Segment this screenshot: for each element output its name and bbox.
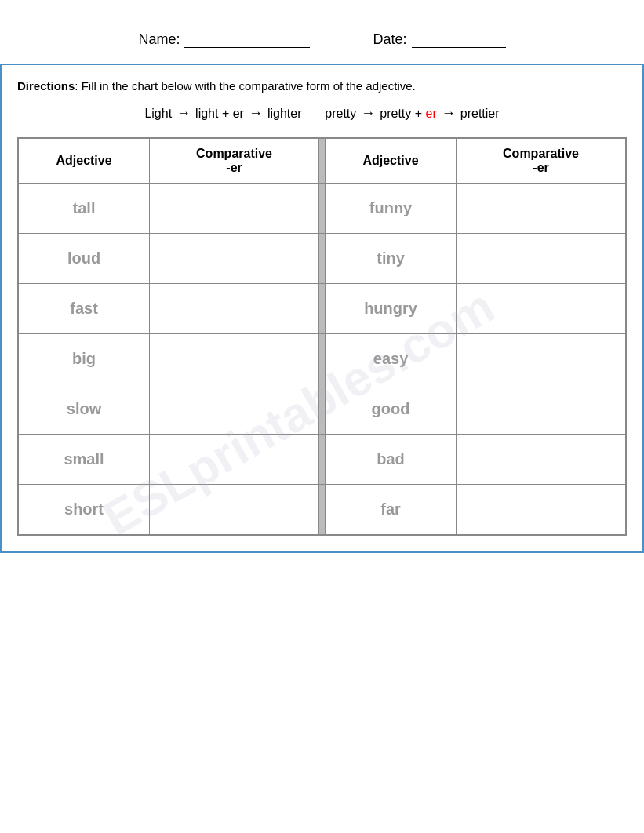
row-divider [318,384,325,435]
row-divider [318,184,325,234]
directions-bold: Directions [17,79,75,93]
row-divider [318,485,325,535]
left-comparative [150,234,319,284]
left-adjective: tall [19,184,150,234]
left-comparative [150,485,319,535]
example-row: Light → light + er → lighter pretty → pr… [17,105,627,122]
example-step1: light + er [195,107,244,121]
example-word2: pretty [325,107,356,121]
divider-header [318,139,325,184]
left-comparative [150,184,319,234]
left-comparative [150,384,319,435]
right-adjective: bad [325,435,456,485]
col4-header: Comparative-er [457,139,626,184]
name-line [184,32,310,48]
example-step2-red: er [426,107,437,120]
left-adjective: slow [19,384,150,435]
col1-header: Adjective [19,139,150,184]
left-comparative [150,284,319,334]
example-arrow1: → [176,105,191,122]
date-field: Date: [373,31,505,48]
table-row: fasthungry [19,284,626,334]
example-result1: lighter [267,107,302,121]
example-result2: prettier [460,107,500,121]
name-field: Name: [138,31,310,48]
right-adjective: funny [325,184,456,234]
table-row: slowgood [19,384,626,435]
table-row: bigeasy [19,334,626,384]
example-step2: pretty + er [380,107,436,121]
left-adjective: fast [19,284,150,334]
date-line [412,32,506,48]
left-comparative [150,435,319,485]
table-row: shortfar [19,485,626,535]
table-row: tallfunny [19,184,626,234]
adjective-table: Adjective Comparative-er Adjective Compa… [18,138,626,535]
left-adjective: big [19,334,150,384]
example-arrow2: → [249,105,263,122]
name-label: Name: [138,31,180,48]
example-arrow4: → [442,105,456,122]
right-adjective: tiny [325,234,456,284]
content-box: Directions: Fill in the chart below with… [0,64,644,553]
row-divider [318,435,325,485]
main-table-wrapper: Adjective Comparative-er Adjective Compa… [17,137,627,536]
right-comparative [457,435,626,485]
table-row: smallbad [19,435,626,485]
right-adjective: good [325,384,456,435]
directions-rest: : Fill in the chart below with the compa… [75,79,415,93]
left-adjective: short [19,485,150,535]
right-comparative [457,234,626,284]
right-comparative [457,384,626,435]
right-comparative [457,184,626,234]
row-divider [318,334,325,384]
right-adjective: far [325,485,456,535]
right-comparative [457,485,626,535]
row-divider [318,234,325,284]
table-row: loudtiny [19,234,626,284]
example-arrow3: → [361,105,375,122]
left-adjective: loud [19,234,150,284]
left-comparative [150,334,319,384]
directions: Directions: Fill in the chart below with… [17,79,627,93]
header-row: Name: Date: [0,31,644,48]
date-label: Date: [373,31,406,48]
example-word1: Light [144,107,172,121]
right-adjective: hungry [325,284,456,334]
right-comparative [457,334,626,384]
row-divider [318,284,325,334]
left-adjective: small [19,435,150,485]
right-comparative [457,284,626,334]
col2-header: Comparative-er [150,139,319,184]
col3-header: Adjective [325,139,456,184]
right-adjective: easy [325,334,456,384]
